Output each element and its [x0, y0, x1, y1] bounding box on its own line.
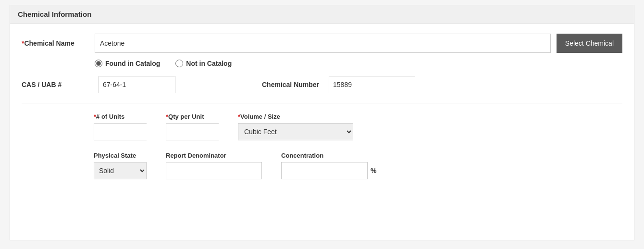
- chemical-name-row: *Chemical Name Select Chemical: [22, 34, 622, 53]
- concentration-group: Concentration %: [281, 152, 376, 179]
- chemical-name-label: *Chemical Name: [22, 39, 89, 47]
- fields-row-1: *# of Units ▲ ▼ *Qty per Unit: [94, 113, 622, 140]
- volume-size-group: *Volume / Size Cubic Feet Liters Gallons…: [238, 113, 353, 140]
- physical-state-group: Physical State Solid Liquid Gas Aerosol: [94, 152, 147, 179]
- chemical-number-input[interactable]: [329, 76, 415, 93]
- radio-row: Found in Catalog Not in Catalog: [95, 60, 622, 67]
- not-in-catalog-option[interactable]: Not in Catalog: [175, 60, 232, 67]
- cas-label: CAS / UAB #: [22, 81, 89, 88]
- chemical-number-label: Chemical Number: [262, 81, 319, 88]
- concentration-input[interactable]: [281, 162, 368, 179]
- fields-row-2: Physical State Solid Liquid Gas Aerosol …: [94, 152, 622, 179]
- found-in-catalog-option[interactable]: Found in Catalog: [95, 60, 160, 67]
- found-in-catalog-radio[interactable]: [95, 60, 102, 67]
- percent-label: %: [371, 167, 376, 174]
- card-title: Chemical Information: [18, 10, 91, 18]
- cas-row: CAS / UAB # Chemical Number: [22, 76, 622, 93]
- report-denominator-group: Report Denominator: [166, 152, 262, 179]
- volume-size-select[interactable]: Cubic Feet Liters Gallons Cubic Meters F…: [238, 123, 353, 140]
- not-in-catalog-radio[interactable]: [175, 60, 183, 67]
- concentration-label: Concentration: [281, 152, 376, 159]
- card-body: *Chemical Name Select Chemical Found in …: [10, 24, 634, 200]
- physical-state-label: Physical State: [94, 152, 147, 159]
- chemical-name-input[interactable]: [95, 34, 551, 53]
- physical-state-select[interactable]: Solid Liquid Gas Aerosol: [94, 162, 147, 179]
- qty-per-unit-label: *Qty per Unit: [166, 113, 219, 120]
- concentration-wrap: %: [281, 162, 376, 179]
- report-denominator-input[interactable]: [166, 162, 262, 179]
- units-group: *# of Units ▲ ▼: [94, 113, 147, 140]
- units-spinner: ▲ ▼: [94, 123, 147, 140]
- card-header: Chemical Information: [10, 5, 634, 24]
- qty-per-unit-group: *Qty per Unit ▲ ▼: [166, 113, 219, 140]
- qty-spinner: ▲ ▼: [166, 123, 219, 140]
- found-in-catalog-label: Found in Catalog: [105, 60, 160, 67]
- report-denominator-label: Report Denominator: [166, 152, 262, 159]
- cas-input[interactable]: [99, 76, 175, 93]
- volume-size-label: *Volume / Size: [238, 113, 353, 120]
- section-divider: [22, 103, 622, 103]
- select-chemical-button[interactable]: Select Chemical: [557, 34, 622, 53]
- units-label: *# of Units: [94, 113, 147, 120]
- not-in-catalog-label: Not in Catalog: [186, 60, 232, 67]
- chemical-information-card: Chemical Information *Chemical Name Sele…: [10, 5, 634, 240]
